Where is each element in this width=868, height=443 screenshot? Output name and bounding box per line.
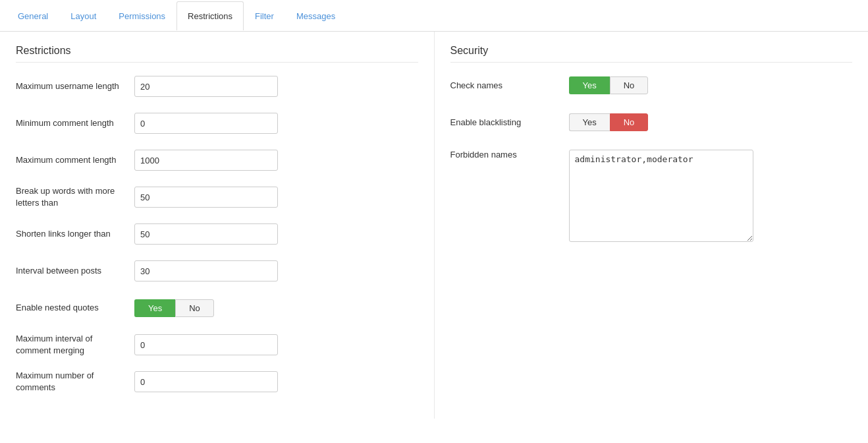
input-max-username[interactable] [134, 76, 278, 97]
tab-permissions[interactable]: Permissions [107, 1, 176, 30]
form-row-max-username: Maximum username length [16, 73, 418, 100]
tab-general[interactable]: General [7, 1, 59, 30]
toggle-blacklisting: Yes No [569, 113, 649, 131]
form-row-min-comment: Minimum comment length [16, 110, 418, 136]
form-row-shorten-links: Shorten links longer than [16, 221, 418, 247]
label-max-comments: Maximum number of comments [16, 370, 134, 394]
restrictions-title: Restrictions [16, 45, 418, 63]
label-max-interval-merging: Maximum interval of comment merging [16, 333, 134, 357]
label-interval-posts: Interval between posts [16, 265, 134, 277]
form-row-nested-quotes: Enable nested quotes Yes No [16, 295, 418, 321]
input-shorten-links[interactable] [134, 223, 278, 245]
label-blacklisting: Enable blacklisting [450, 117, 569, 127]
input-max-comment[interactable] [134, 150, 278, 171]
input-max-interval-merging[interactable] [134, 334, 278, 355]
input-max-comments[interactable] [134, 371, 278, 392]
tab-restrictions[interactable]: Restrictions [176, 1, 244, 30]
form-row-max-comments: Maximum number of comments [16, 369, 418, 395]
toggle-check-names: Yes No [569, 76, 649, 94]
form-row-max-comment: Maximum comment length [16, 147, 418, 173]
label-min-comment: Minimum comment length [16, 117, 134, 129]
security-row-check-names: Check names Yes No [450, 73, 853, 97]
label-check-names: Check names [450, 80, 569, 90]
tab-messages[interactable]: Messages [285, 1, 346, 30]
label-nested-quotes: Enable nested quotes [16, 302, 134, 314]
security-row-forbidden-names: Forbidden names administrator,moderator [450, 147, 853, 242]
form-row-interval-posts: Interval between posts [16, 258, 418, 284]
restrictions-panel: Restrictions Maximum username length Min… [0, 32, 435, 419]
check-names-no-button[interactable]: No [610, 76, 649, 94]
tab-layout[interactable]: Layout [59, 1, 107, 30]
content-area: Restrictions Maximum username length Min… [0, 32, 868, 419]
nested-quotes-no-button[interactable]: No [175, 299, 214, 317]
check-names-yes-button[interactable]: Yes [569, 76, 610, 94]
security-title: Security [450, 45, 853, 63]
blacklisting-yes-button[interactable]: Yes [569, 113, 610, 131]
label-max-username: Maximum username length [16, 80, 134, 92]
input-break-words[interactable] [134, 187, 278, 208]
input-interval-posts[interactable] [134, 260, 278, 281]
form-row-break-words: Break up words with more letters than [16, 184, 418, 210]
label-break-words: Break up words with more letters than [16, 185, 134, 209]
form-row-max-interval-merging: Maximum interval of comment merging [16, 332, 418, 358]
tabs-bar: General Layout Permissions Restrictions … [0, 0, 868, 32]
security-panel: Security Check names Yes No Enable black… [435, 32, 869, 419]
nested-quotes-yes-button[interactable]: Yes [134, 299, 175, 317]
security-row-blacklisting: Enable blacklisting Yes No [450, 110, 853, 134]
blacklisting-no-button[interactable]: No [610, 113, 649, 131]
label-shorten-links: Shorten links longer than [16, 228, 134, 240]
label-forbidden-names: Forbidden names [450, 150, 569, 160]
label-max-comment: Maximum comment length [16, 154, 134, 166]
input-min-comment[interactable] [134, 113, 278, 134]
toggle-nested-quotes: Yes No [134, 299, 214, 317]
tab-filter[interactable]: Filter [244, 1, 285, 30]
textarea-forbidden-names[interactable]: administrator,moderator [569, 150, 753, 242]
